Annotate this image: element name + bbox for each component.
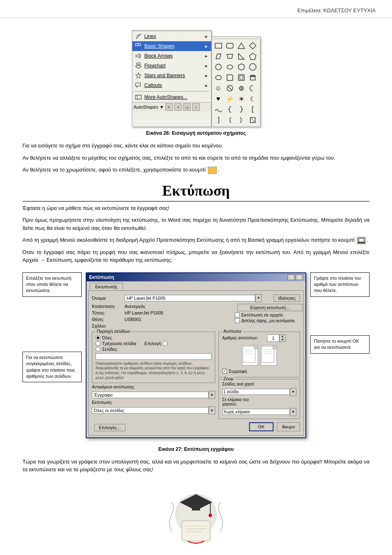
annotation-left-2: Για να εκτυπώσετε συγκεκριμένες σελίδες,… (22, 352, 82, 383)
shape-curly-right2[interactable] (236, 115, 246, 125)
svg-point-20 (216, 64, 221, 70)
shape-moon[interactable]: ☾ (248, 94, 258, 104)
crosshair-icon[interactable]: + (174, 103, 182, 111)
shape-rounded-rect[interactable] (225, 41, 235, 51)
properties-button[interactable]: Ιδιότητες (274, 294, 300, 302)
svg-rect-5 (137, 63, 140, 65)
more-icon (134, 94, 143, 101)
print-to-file-check[interactable] (235, 312, 240, 317)
shape-no-symbol[interactable] (225, 83, 235, 93)
shape-pentagon[interactable] (248, 51, 258, 61)
block-arrows-arrow: ► (205, 54, 209, 58)
print-select[interactable]: Όλες οι σελίδες (92, 407, 209, 414)
pages-hint: Πληκτρολογήστε αριθμούς σελίδων ή/και πε… (96, 361, 212, 381)
print-row: Εκτύπωση: (92, 400, 215, 405)
svg-rect-47 (192, 502, 200, 510)
options-button[interactable]: Επιλογές... (94, 424, 125, 431)
cursor-icon[interactable]: ↖ (165, 103, 173, 111)
shape-lightning[interactable]: ⚡ (225, 94, 235, 104)
menu-item-flowchart[interactable]: Flowchart ► (132, 61, 211, 71)
copies-box: Αντίτυπα Αριθμός αντιτύπων: ▲ ▼ (218, 332, 300, 377)
svg-rect-35 (359, 239, 363, 241)
annotation-left-1: Επιλέξτε τον εκτυπωτή στον οποίο θέλετε … (22, 272, 82, 297)
spinbox-up[interactable]: ▲ (280, 335, 285, 338)
shape-bracket-left[interactable] (248, 105, 258, 114)
menu-item-lines[interactable]: Lines ► (132, 31, 211, 41)
color-button-icon (208, 167, 217, 174)
shape-snip-rect[interactable] (225, 73, 235, 82)
collate-check[interactable]: ✓ (222, 369, 227, 374)
printer-dropdown-arrow[interactable]: ▼ (255, 294, 262, 302)
shape-rounded-rect2[interactable] (214, 73, 223, 82)
shape-circle[interactable] (214, 62, 223, 72)
shape-sun[interactable]: ☀ (236, 94, 246, 104)
shape-crescent[interactable] (248, 83, 258, 93)
shape-diamond[interactable] (248, 41, 258, 51)
shape-bracket-right[interactable] (214, 115, 223, 125)
page-range-box: Περιοχή σελίδων Όλες Τρέχουσα σελίδα Επι… (92, 332, 215, 383)
scale-container: Χωρίς κλίμακα ▼ (222, 408, 296, 416)
shape-hexagon[interactable] (236, 62, 246, 72)
scale-select[interactable]: Χωρίς κλίμακα (222, 409, 290, 415)
all-radio[interactable] (96, 335, 100, 340)
col-right: Αντίτυπα Αριθμός αντιτύπων: ▲ ▼ (218, 330, 300, 421)
shape-trapezoid[interactable] (225, 51, 235, 61)
shape-frame[interactable] (236, 73, 246, 82)
shape-extra[interactable] (248, 115, 258, 125)
shape-octagon[interactable] (248, 62, 258, 72)
pages-input[interactable] (96, 353, 212, 360)
header: Επιμέλεια: ΚΩΛΕΤΣΟΥ ΕΥΤΥΧΙΑ (0, 0, 392, 18)
zoom-box: Ζουμ Σελίδες ανά χαρτί: 1 σελίδα ▼ (218, 379, 300, 419)
oval-icon[interactable]: ○ (192, 103, 200, 111)
menu-item-callouts[interactable]: Callouts ► (132, 80, 211, 90)
cancel-button[interactable]: Άκυρο (277, 422, 300, 431)
shape-wave[interactable] (214, 105, 223, 114)
annotation-right-2-text: Πατήστε το κουμπί ΟΚ για να εκτυπώσετε (314, 339, 359, 350)
print-dialog: Εκτύπωση ? ✕ Εκτυπωτής Όν (86, 272, 306, 438)
shape-cylinder[interactable] (248, 73, 258, 82)
menu-item-block-arrows[interactable]: Block Arrows ► (132, 51, 211, 61)
shape-brace-right[interactable] (236, 105, 246, 114)
tab-printer[interactable]: Εκτυπωτής (90, 283, 123, 290)
printer-select[interactable]: HP LaserJet P1005 (125, 295, 255, 301)
main-content: Lines ► Basic Shapes ► (0, 18, 392, 555)
shape-right-triangle[interactable] (236, 51, 246, 61)
print-object-select[interactable]: Έγγραφο (92, 392, 209, 398)
page: Επιμέλεια: ΚΩΛΕΤΣΟΥ ΕΥΤΥΧΙΑ Lines ► (0, 0, 392, 555)
close-button[interactable]: ✕ (296, 274, 303, 280)
selection-radio[interactable] (163, 341, 167, 346)
zoom-label: Ζουμ (222, 376, 235, 381)
copies-input[interactable] (267, 334, 279, 342)
spinbox-down[interactable]: ▼ (280, 338, 285, 341)
print-object-arrow[interactable]: ▼ (209, 391, 215, 399)
para-3-text: Αν θελήσετε να το χρωματίσετε, αφού το ε… (22, 167, 206, 173)
shape-gear[interactable]: ⚙ (236, 83, 246, 93)
ok-cancel-buttons: ΟΚ Άκυρο (249, 422, 300, 431)
pages-radio[interactable] (96, 347, 100, 352)
pages-per-sheet-arrow[interactable]: ▼ (290, 388, 296, 396)
menu-item-more[interactable]: More AutoShapes... (132, 92, 211, 102)
duplex-check[interactable] (235, 318, 240, 323)
shape-curly-left2[interactable] (225, 115, 235, 125)
find-printer-button[interactable]: Εύρεση εκτυπωτή... (237, 304, 303, 311)
current-radio[interactable] (96, 341, 100, 346)
ok-button[interactable]: ΟΚ (249, 422, 274, 431)
shape-oval[interactable] (225, 62, 235, 72)
rectangle-icon[interactable]: ▭ (183, 103, 191, 111)
shape-smiley[interactable]: ☺ (214, 83, 223, 93)
pages-per-sheet-select[interactable]: 1 σελίδα (222, 389, 290, 395)
help-button[interactable]: ? (287, 274, 295, 280)
svg-rect-8 (136, 83, 140, 86)
svg-rect-50 (182, 521, 210, 541)
shape-triangle[interactable] (236, 41, 246, 51)
scale-arrow[interactable]: ▼ (290, 408, 296, 416)
para-1: Για να εισάγετε το σχήμα στο έγγραφό σας… (22, 142, 370, 150)
shape-parallelogram[interactable] (214, 51, 223, 61)
menu-item-basic-shapes[interactable]: Basic Shapes ► (132, 41, 211, 51)
page-preview-1 (242, 345, 258, 366)
shape-rectangle[interactable] (214, 41, 223, 51)
print-select-arrow[interactable]: ▼ (209, 406, 215, 415)
shape-brace-left[interactable] (225, 105, 235, 114)
menu-item-stars-banners[interactable]: Stars and Banners ► (132, 71, 211, 80)
shape-heart[interactable]: ♥ (214, 94, 223, 104)
